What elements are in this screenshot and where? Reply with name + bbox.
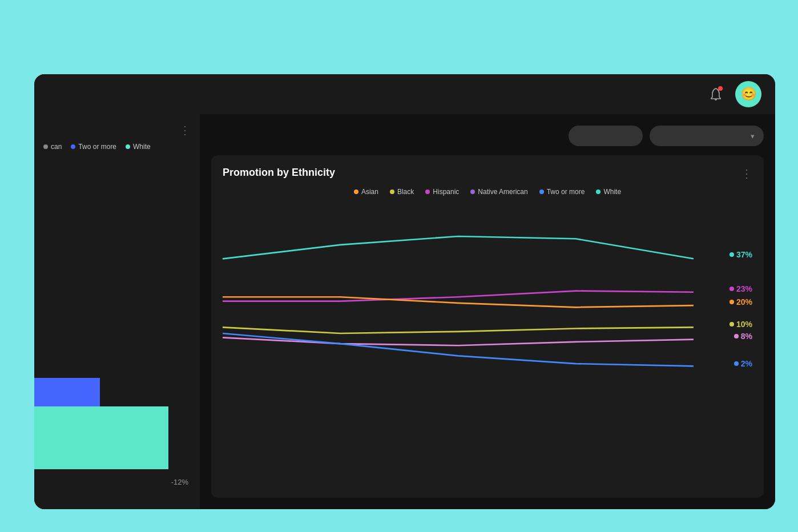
end-label-white: 37% — [730, 250, 752, 259]
legend-dot-can — [43, 144, 48, 149]
left-panel-menu[interactable]: ⋮ — [179, 123, 191, 137]
avatar[interactable]: 😊 — [735, 81, 761, 107]
filter-button-1[interactable] — [569, 126, 643, 146]
legend-item-white: White — [126, 143, 151, 151]
legend-dot-hispanic — [425, 190, 430, 194]
left-bar-chart: 12% -12% — [34, 349, 200, 509]
legend-item-can: can — [43, 143, 62, 151]
line-hispanic — [223, 291, 694, 301]
notification-dot — [718, 86, 723, 91]
legend-dot-asian — [354, 190, 358, 194]
legend-dot-native — [470, 190, 475, 194]
bar-neg-label: -12% — [171, 478, 188, 486]
legend-black: Black — [390, 188, 414, 196]
end-label-black: 10% — [730, 320, 752, 329]
chart-title: Promotion by Ethnicity — [223, 167, 752, 179]
bar-blue — [34, 378, 100, 409]
chevron-down-icon: ▾ — [751, 132, 755, 140]
end-label-asian: 20% — [730, 297, 752, 307]
left-panel: ⋮ can Two or more White 12% — [34, 114, 200, 509]
left-legend: can Two or more White — [34, 143, 160, 151]
line-black — [223, 327, 694, 333]
line-white — [223, 236, 694, 259]
legend-two-or-more: Two or more — [539, 188, 585, 196]
end-label-native: 8% — [734, 332, 752, 341]
main-panel: ▾ Promotion by Ethnicity ⋮ Asian Black — [200, 114, 775, 509]
chart-card: Promotion by Ethnicity ⋮ Asian Black His… — [211, 155, 764, 498]
notification-button[interactable] — [706, 84, 726, 104]
top-bar: 😊 — [34, 74, 775, 114]
end-label-two-or-more: 2% — [734, 359, 752, 368]
content-area: ⋮ can Two or more White 12% — [34, 114, 775, 509]
legend-item-two: Two or more — [71, 143, 116, 151]
line-two-or-more — [223, 333, 694, 366]
legend-hispanic: Hispanic — [425, 188, 459, 196]
legend-dot-two — [71, 144, 75, 149]
legend-dot-black — [390, 190, 394, 194]
bar-cyan — [34, 406, 168, 469]
app-window: 😊 ⋮ can Two or more White — [34, 74, 775, 509]
legend-asian: Asian — [354, 188, 378, 196]
end-label-hispanic: 23% — [730, 284, 752, 293]
filter-row: ▾ — [211, 126, 764, 146]
avatar-icon: 😊 — [741, 87, 756, 102]
legend-white-chart: White — [596, 188, 621, 196]
line-chart-svg — [223, 207, 752, 401]
legend-dot-two-chart — [539, 190, 544, 194]
legend-dot-white-chart — [596, 190, 600, 194]
legend-native: Native American — [470, 188, 527, 196]
line-asian — [223, 297, 694, 307]
legend-dot-white — [126, 144, 130, 149]
filter-button-2[interactable]: ▾ — [650, 126, 764, 146]
chart-svg-wrapper: 37% 23% 20% 10% — [223, 207, 752, 404]
chart-legend: Asian Black Hispanic Native American — [223, 188, 752, 196]
chart-menu-dots[interactable]: ⋮ — [741, 167, 752, 180]
